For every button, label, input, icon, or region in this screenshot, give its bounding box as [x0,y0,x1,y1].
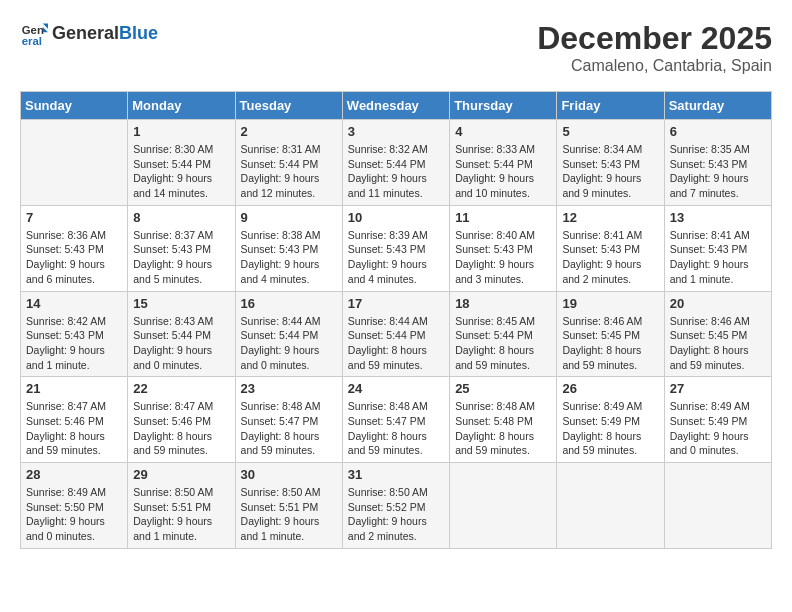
day-info: Sunrise: 8:48 AMSunset: 5:48 PMDaylight:… [455,399,551,458]
calendar-cell: 29Sunrise: 8:50 AMSunset: 5:51 PMDayligh… [128,463,235,549]
calendar-week-2: 7Sunrise: 8:36 AMSunset: 5:43 PMDaylight… [21,205,772,291]
logo-blue: Blue [119,23,158,43]
day-info: Sunrise: 8:35 AMSunset: 5:43 PMDaylight:… [670,142,766,201]
day-number: 26 [562,381,658,396]
day-info: Sunrise: 8:44 AMSunset: 5:44 PMDaylight:… [348,314,444,373]
day-info: Sunrise: 8:49 AMSunset: 5:49 PMDaylight:… [670,399,766,458]
calendar-cell: 14Sunrise: 8:42 AMSunset: 5:43 PMDayligh… [21,291,128,377]
logo-general: General [52,23,119,43]
day-number: 19 [562,296,658,311]
weekday-row: SundayMondayTuesdayWednesdayThursdayFrid… [21,92,772,120]
calendar-cell [664,463,771,549]
day-number: 12 [562,210,658,225]
day-number: 15 [133,296,229,311]
day-info: Sunrise: 8:49 AMSunset: 5:50 PMDaylight:… [26,485,122,544]
day-info: Sunrise: 8:30 AMSunset: 5:44 PMDaylight:… [133,142,229,201]
calendar-cell: 19Sunrise: 8:46 AMSunset: 5:45 PMDayligh… [557,291,664,377]
day-number: 24 [348,381,444,396]
day-number: 3 [348,124,444,139]
day-number: 31 [348,467,444,482]
day-number: 13 [670,210,766,225]
day-info: Sunrise: 8:46 AMSunset: 5:45 PMDaylight:… [670,314,766,373]
calendar-table: SundayMondayTuesdayWednesdayThursdayFrid… [20,91,772,549]
calendar-week-1: 1Sunrise: 8:30 AMSunset: 5:44 PMDaylight… [21,120,772,206]
day-info: Sunrise: 8:43 AMSunset: 5:44 PMDaylight:… [133,314,229,373]
svg-text:eral: eral [22,35,42,47]
day-number: 7 [26,210,122,225]
day-number: 22 [133,381,229,396]
day-number: 6 [670,124,766,139]
day-number: 10 [348,210,444,225]
day-number: 27 [670,381,766,396]
calendar-week-4: 21Sunrise: 8:47 AMSunset: 5:46 PMDayligh… [21,377,772,463]
logo-text: GeneralBlue [52,24,158,44]
day-number: 29 [133,467,229,482]
calendar-body: 1Sunrise: 8:30 AMSunset: 5:44 PMDaylight… [21,120,772,549]
weekday-header-tuesday: Tuesday [235,92,342,120]
calendar-cell: 1Sunrise: 8:30 AMSunset: 5:44 PMDaylight… [128,120,235,206]
day-info: Sunrise: 8:44 AMSunset: 5:44 PMDaylight:… [241,314,337,373]
day-number: 18 [455,296,551,311]
calendar-cell: 6Sunrise: 8:35 AMSunset: 5:43 PMDaylight… [664,120,771,206]
weekday-header-saturday: Saturday [664,92,771,120]
calendar-cell [21,120,128,206]
day-info: Sunrise: 8:46 AMSunset: 5:45 PMDaylight:… [562,314,658,373]
calendar-cell: 13Sunrise: 8:41 AMSunset: 5:43 PMDayligh… [664,205,771,291]
day-number: 23 [241,381,337,396]
day-number: 11 [455,210,551,225]
day-number: 25 [455,381,551,396]
weekday-header-monday: Monday [128,92,235,120]
day-number: 8 [133,210,229,225]
calendar-week-3: 14Sunrise: 8:42 AMSunset: 5:43 PMDayligh… [21,291,772,377]
weekday-header-thursday: Thursday [450,92,557,120]
day-info: Sunrise: 8:41 AMSunset: 5:43 PMDaylight:… [562,228,658,287]
calendar-cell: 10Sunrise: 8:39 AMSunset: 5:43 PMDayligh… [342,205,449,291]
logo-icon: Gen eral [20,20,48,48]
weekday-header-friday: Friday [557,92,664,120]
day-number: 16 [241,296,337,311]
day-info: Sunrise: 8:37 AMSunset: 5:43 PMDaylight:… [133,228,229,287]
calendar-cell [450,463,557,549]
calendar-cell: 15Sunrise: 8:43 AMSunset: 5:44 PMDayligh… [128,291,235,377]
day-number: 21 [26,381,122,396]
day-number: 28 [26,467,122,482]
day-info: Sunrise: 8:39 AMSunset: 5:43 PMDaylight:… [348,228,444,287]
day-number: 1 [133,124,229,139]
day-info: Sunrise: 8:32 AMSunset: 5:44 PMDaylight:… [348,142,444,201]
day-info: Sunrise: 8:38 AMSunset: 5:43 PMDaylight:… [241,228,337,287]
calendar-cell: 25Sunrise: 8:48 AMSunset: 5:48 PMDayligh… [450,377,557,463]
day-info: Sunrise: 8:47 AMSunset: 5:46 PMDaylight:… [26,399,122,458]
day-info: Sunrise: 8:48 AMSunset: 5:47 PMDaylight:… [241,399,337,458]
day-number: 9 [241,210,337,225]
weekday-header-wednesday: Wednesday [342,92,449,120]
day-info: Sunrise: 8:42 AMSunset: 5:43 PMDaylight:… [26,314,122,373]
day-number: 20 [670,296,766,311]
month-year-title: December 2025 [537,20,772,57]
calendar-cell: 31Sunrise: 8:50 AMSunset: 5:52 PMDayligh… [342,463,449,549]
day-number: 17 [348,296,444,311]
day-info: Sunrise: 8:48 AMSunset: 5:47 PMDaylight:… [348,399,444,458]
day-info: Sunrise: 8:50 AMSunset: 5:51 PMDaylight:… [133,485,229,544]
day-number: 30 [241,467,337,482]
calendar-cell: 8Sunrise: 8:37 AMSunset: 5:43 PMDaylight… [128,205,235,291]
day-info: Sunrise: 8:40 AMSunset: 5:43 PMDaylight:… [455,228,551,287]
day-number: 4 [455,124,551,139]
day-info: Sunrise: 8:49 AMSunset: 5:49 PMDaylight:… [562,399,658,458]
calendar-cell: 2Sunrise: 8:31 AMSunset: 5:44 PMDaylight… [235,120,342,206]
day-info: Sunrise: 8:33 AMSunset: 5:44 PMDaylight:… [455,142,551,201]
calendar-week-5: 28Sunrise: 8:49 AMSunset: 5:50 PMDayligh… [21,463,772,549]
title-block: December 2025 Camaleno, Cantabria, Spain [537,20,772,75]
day-info: Sunrise: 8:34 AMSunset: 5:43 PMDaylight:… [562,142,658,201]
calendar-cell: 27Sunrise: 8:49 AMSunset: 5:49 PMDayligh… [664,377,771,463]
calendar-cell: 5Sunrise: 8:34 AMSunset: 5:43 PMDaylight… [557,120,664,206]
calendar-cell: 12Sunrise: 8:41 AMSunset: 5:43 PMDayligh… [557,205,664,291]
calendar-cell: 23Sunrise: 8:48 AMSunset: 5:47 PMDayligh… [235,377,342,463]
day-number: 14 [26,296,122,311]
calendar-cell: 3Sunrise: 8:32 AMSunset: 5:44 PMDaylight… [342,120,449,206]
calendar-cell: 22Sunrise: 8:47 AMSunset: 5:46 PMDayligh… [128,377,235,463]
calendar-cell: 4Sunrise: 8:33 AMSunset: 5:44 PMDaylight… [450,120,557,206]
calendar-cell: 11Sunrise: 8:40 AMSunset: 5:43 PMDayligh… [450,205,557,291]
day-info: Sunrise: 8:47 AMSunset: 5:46 PMDaylight:… [133,399,229,458]
day-info: Sunrise: 8:45 AMSunset: 5:44 PMDaylight:… [455,314,551,373]
calendar-cell: 24Sunrise: 8:48 AMSunset: 5:47 PMDayligh… [342,377,449,463]
